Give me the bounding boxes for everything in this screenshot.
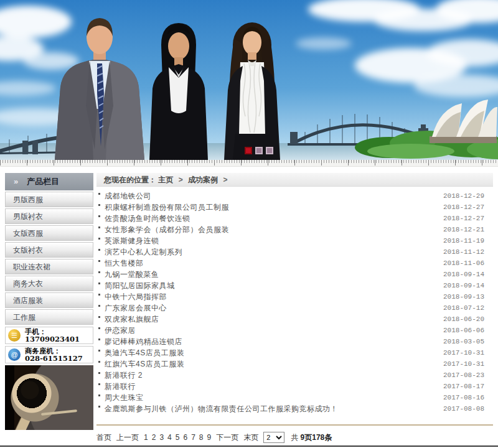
case-date: 2017-08-23 <box>443 371 484 379</box>
case-date: 2017-08-17 <box>443 383 484 390</box>
bullet-icon <box>98 260 100 262</box>
bullet-icon <box>98 282 100 284</box>
landline-phone-icon: @ <box>8 348 21 361</box>
bullet-icon <box>98 238 100 240</box>
page-link-7[interactable]: 7 <box>191 433 195 442</box>
case-date: 2018-09-14 <box>443 282 484 289</box>
page-link-5[interactable]: 5 <box>176 433 180 442</box>
page-link-2[interactable]: 2 <box>152 433 156 442</box>
case-link[interactable]: 广东家居会展中心 <box>105 303 443 314</box>
case-date: 2017-08-08 <box>443 405 484 413</box>
case-row: 金鹿凯斯参与川铁（泸州）物流有限责任公司工作服采购竞标成功！2017-08-08 <box>96 403 493 414</box>
case-row: 新港联行 22017-08-23 <box>96 370 493 381</box>
page-link-9[interactable]: 9 <box>207 433 212 442</box>
case-link[interactable]: 新港联行 <box>105 381 443 392</box>
case-link[interactable]: 廖记棒棒鸡精品连锁店 <box>105 337 443 347</box>
breadcrumb-separator: > <box>223 175 227 184</box>
first-page-link[interactable]: 首页 <box>96 432 111 443</box>
case-link[interactable]: 金鹿凯斯参与川铁（泸州）物流有限责任公司工作服采购竞标成功！ <box>105 404 443 414</box>
bullet-icon <box>98 271 100 273</box>
sidebar-item-workwear[interactable]: 工作服 <box>5 309 93 325</box>
case-link[interactable]: 佐贵酸汤鱼时尚餐饮连锁 <box>105 213 443 224</box>
case-row: 九锅一堂酸菜鱼2018-09-14 <box>96 269 493 280</box>
total-value: 9页178条 <box>301 433 332 442</box>
page-link-4[interactable]: 4 <box>167 433 172 442</box>
sidebar-item-career-dress[interactable]: 职业连衣裙 <box>5 259 93 274</box>
case-row: 简阳弘居国际家具城2018-09-14 <box>96 280 493 291</box>
case-date: 2018-12-29 <box>443 192 484 200</box>
case-link[interactable]: 积康螺杆制造股份有限公司员工制服 <box>105 202 443 213</box>
case-link[interactable]: 英派斯健身连锁 <box>105 236 443 246</box>
case-date: 2017-08-16 <box>443 394 484 401</box>
case-date: 2018-11-06 <box>443 259 484 267</box>
hero-banner <box>0 0 498 160</box>
case-link[interactable]: 红旗汽车4S店员工服装 <box>105 359 443 370</box>
case-link[interactable]: 成都地铁公司 <box>105 191 443 202</box>
case-date: 2017-10-31 <box>443 349 484 357</box>
bullet-icon <box>98 294 100 296</box>
double-arrow-icon: » <box>14 177 18 186</box>
sidebar-item-mens-suit[interactable]: 男版西服 <box>5 192 93 207</box>
sidebar-item-hotel-uniform[interactable]: 酒店服装 <box>5 292 93 308</box>
case-date: 2018-03-05 <box>443 338 484 345</box>
sidebar-item-womens-shirt[interactable]: 女版衬衣 <box>5 242 93 258</box>
bullet-icon <box>98 406 100 408</box>
case-link[interactable]: 演艺中心私人定制系列 <box>105 247 443 258</box>
case-row: 广东家居会展中心2018-07-12 <box>96 302 493 314</box>
case-row: 女性形象学会（成都分部）会员服装2018-12-21 <box>96 224 493 235</box>
next-page-link[interactable]: 下一页 <box>216 432 238 443</box>
case-row: 新港联行2017-08-17 <box>96 381 493 392</box>
prev-page-link[interactable]: 上一页 <box>116 432 139 443</box>
contact-landline: @ 商务座机： 028-61515127 <box>5 346 93 363</box>
carousel-dots <box>245 147 273 154</box>
bullet-icon <box>98 204 100 206</box>
pagination-separator <box>96 424 493 426</box>
bullet-icon <box>98 249 100 251</box>
last-page-link[interactable]: 末页 <box>243 432 258 443</box>
carousel-dot-1[interactable] <box>245 147 252 154</box>
total-label: 共 <box>291 433 298 442</box>
carousel-dot-2[interactable] <box>255 147 263 154</box>
case-link[interactable]: 恒大售楼部 <box>105 258 443 269</box>
page: »产品栏目 男版西服 男版衬衣 女版西服 女版衬衣 职业连衣裙 商务大衣 酒店服… <box>0 0 498 448</box>
case-row: 积康螺杆制造股份有限公司员工制服2018-12-27 <box>96 202 493 213</box>
case-link[interactable]: 九锅一堂酸菜鱼 <box>105 269 443 280</box>
sidebar-header: »产品栏目 <box>5 173 93 190</box>
sidebar-item-mens-shirt[interactable]: 男版衬衣 <box>5 208 93 224</box>
case-date: 2017-10-31 <box>443 360 484 368</box>
pagination: 首页 上一页 1 2 3 4 5 6 7 8 9 下一页 末页 2 共 9页17… <box>96 432 493 443</box>
case-row: 红旗汽车4S店员工服装2017-10-31 <box>96 358 493 370</box>
case-row: 佐贵酸汤鱼时尚餐饮连锁2018-12-27 <box>96 213 493 224</box>
page-select[interactable]: 2 <box>263 432 284 443</box>
case-date: 2018-09-13 <box>443 293 484 301</box>
case-row: 伊恋家居2018-06-06 <box>96 325 493 336</box>
page-link-6[interactable]: 6 <box>183 433 187 442</box>
bullet-icon <box>98 361 100 363</box>
sidebar-item-womens-suit[interactable]: 女版西服 <box>5 225 93 241</box>
page-link-1[interactable]: 1 <box>144 433 148 442</box>
case-link[interactable]: 女性形象学会（成都分部）会员服装 <box>105 225 443 235</box>
bullet-icon <box>98 316 100 318</box>
case-link[interactable]: 周大生珠宝 <box>105 393 443 403</box>
case-date: 2018-11-19 <box>443 237 484 245</box>
breadcrumb-cases-link[interactable]: 成功案例 <box>188 175 218 184</box>
case-date: 2018-06-20 <box>443 315 484 323</box>
case-link[interactable]: 简阳弘居国际家具城 <box>105 281 443 291</box>
banner-photo <box>0 0 498 160</box>
case-link[interactable]: 伊恋家居 <box>105 325 443 336</box>
case-link[interactable]: 奥迪汽车4S店员工服装 <box>105 348 443 358</box>
carousel-dot-3[interactable] <box>266 147 273 154</box>
case-date: 2018-07-12 <box>443 304 484 312</box>
bullet-icon <box>98 305 100 307</box>
breadcrumb-separator: > <box>179 175 183 184</box>
ruler-strip <box>0 160 498 167</box>
breadcrumb-home-link[interactable]: 主页 <box>158 175 173 184</box>
case-link[interactable]: 双虎家私旗舰店 <box>105 314 443 325</box>
page-link-8[interactable]: 8 <box>199 433 204 442</box>
main-content: 您现在的位置： 主页 > 成功案例 > 成都地铁公司2018-12-29 积康螺… <box>96 173 493 443</box>
sidebar-item-business-coat[interactable]: 商务大衣 <box>5 276 93 291</box>
bullet-icon <box>98 350 100 352</box>
case-link[interactable]: 新港联行 2 <box>105 370 443 381</box>
page-link-3[interactable]: 3 <box>159 433 164 442</box>
case-link[interactable]: 中铁十六局指挥部 <box>105 292 443 302</box>
